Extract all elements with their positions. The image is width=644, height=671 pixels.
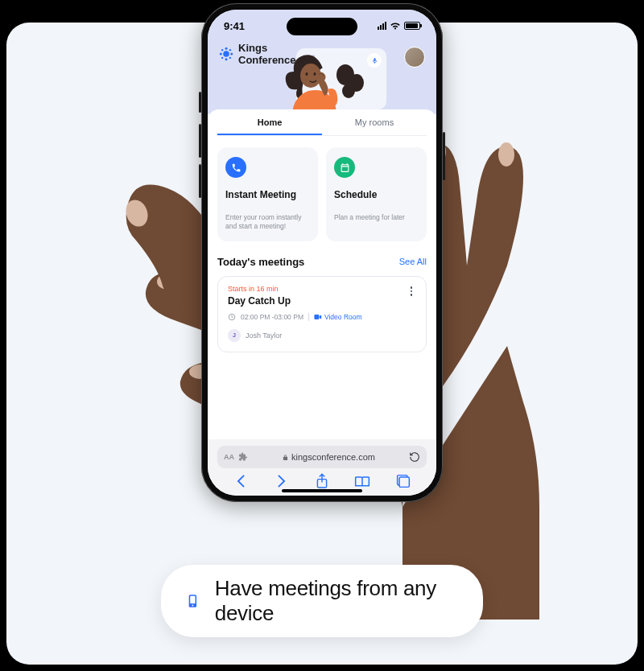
phone-volume-up xyxy=(199,124,201,158)
meeting-room-link[interactable]: Video Room xyxy=(314,313,362,321)
app-content: Home My rooms Instant Meeting Enter your… xyxy=(208,109,436,439)
svg-point-12 xyxy=(229,49,231,51)
home-indicator[interactable] xyxy=(282,489,362,492)
hero-card xyxy=(296,48,386,109)
dynamic-island xyxy=(287,18,357,35)
tab-home[interactable]: Home xyxy=(217,109,322,135)
share-button[interactable] xyxy=(314,473,330,489)
tab-my-rooms[interactable]: My rooms xyxy=(322,109,427,135)
video-icon xyxy=(314,314,322,320)
meeting-room-label: Video Room xyxy=(324,313,362,321)
svg-point-8 xyxy=(225,58,228,60)
brand-logo-icon xyxy=(219,47,233,61)
phone-call-icon xyxy=(225,157,246,178)
divider xyxy=(308,313,309,321)
extension-icon[interactable] xyxy=(238,452,248,462)
microphone-icon xyxy=(367,53,382,68)
more-options-icon[interactable] xyxy=(405,285,418,298)
tabs-button[interactable] xyxy=(395,473,411,489)
todays-meetings-title: Today's meetings xyxy=(217,256,304,268)
battery-icon xyxy=(404,22,420,30)
caption-text: Have meetings from any device xyxy=(215,576,459,626)
avatar[interactable] xyxy=(404,47,425,68)
meeting-starts-label: Starts in 16 min xyxy=(228,285,416,293)
address-bar[interactable]: AA kingsconference.com xyxy=(217,446,427,468)
instant-meeting-desc: Enter your room instantly and start a me… xyxy=(225,213,310,232)
phone-device: 9:41 Kings Conference xyxy=(201,3,443,502)
calendar-icon xyxy=(334,157,355,178)
back-button[interactable] xyxy=(233,473,249,489)
phone-power-button xyxy=(443,132,445,180)
meeting-card[interactable]: Starts in 16 min Day Catch Up 02:00 PM -… xyxy=(217,276,427,352)
svg-rect-28 xyxy=(190,596,195,603)
wifi-icon xyxy=(390,22,401,31)
attendee-name: Josh Taylor xyxy=(246,331,282,340)
svg-point-9 xyxy=(220,53,222,56)
tabs: Home My rooms xyxy=(217,109,427,136)
clock-icon xyxy=(228,313,236,321)
svg-point-11 xyxy=(221,49,223,51)
caption-pill: Have meetings from any device xyxy=(161,565,483,637)
address-domain: kingsconference.com xyxy=(291,452,375,462)
attendee-avatar: J xyxy=(228,329,241,342)
phone-screen: 9:41 Kings Conference xyxy=(208,10,436,496)
brand-line1: Kings xyxy=(238,42,296,54)
mobile-device-icon xyxy=(185,592,200,610)
bookmarks-button[interactable] xyxy=(354,473,370,489)
svg-point-6 xyxy=(223,51,229,57)
schedule-card[interactable]: Schedule Plan a meeting for later xyxy=(326,147,427,241)
svg-point-7 xyxy=(225,47,228,50)
reload-icon[interactable] xyxy=(409,451,420,463)
svg-point-14 xyxy=(229,57,231,59)
cellular-signal-icon xyxy=(378,22,386,30)
safari-toolbar: AA kingsconference.com xyxy=(208,439,436,496)
meeting-title: Day Catch Up xyxy=(228,295,416,307)
meeting-time: 02:00 PM -03:00 PM xyxy=(241,313,303,321)
svg-rect-23 xyxy=(314,315,319,319)
schedule-desc: Plan a meeting for later xyxy=(334,213,419,222)
svg-rect-25 xyxy=(399,477,409,487)
forward-button[interactable] xyxy=(274,473,290,489)
phone-volume-down xyxy=(199,164,201,198)
svg-point-27 xyxy=(192,605,193,607)
schedule-title: Schedule xyxy=(334,189,419,200)
brand-line2: Conference xyxy=(238,54,296,66)
instant-meeting-card[interactable]: Instant Meeting Enter your room instantl… xyxy=(217,147,318,241)
phone-mute-switch xyxy=(199,92,201,113)
svg-point-13 xyxy=(221,57,223,59)
svg-point-10 xyxy=(230,53,233,56)
text-size-label[interactable]: AA xyxy=(224,453,234,461)
status-time: 9:41 xyxy=(224,20,245,32)
lock-icon xyxy=(282,454,289,461)
instant-meeting-title: Instant Meeting xyxy=(225,189,310,200)
see-all-link[interactable]: See All xyxy=(399,257,427,266)
hero-dots-icon xyxy=(303,55,315,57)
